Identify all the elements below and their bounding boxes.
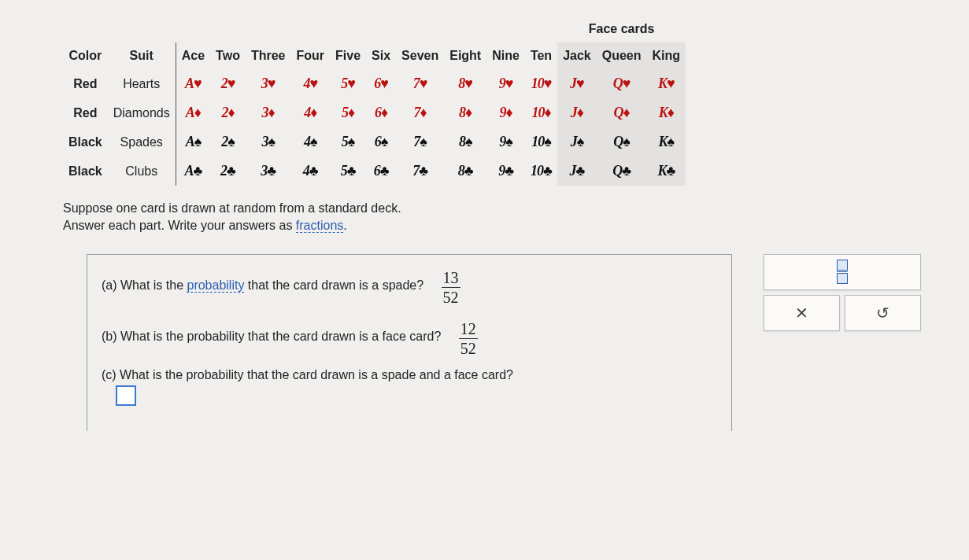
card-cell: 10♣ (525, 157, 557, 186)
card-cell: Q♣ (597, 157, 647, 186)
card-cell: 8♣ (444, 157, 486, 186)
undo-button[interactable]: ↺ (845, 295, 921, 331)
deck-table: Face cards Color Suit Ace Two Three Four… (63, 16, 686, 186)
card-cell: J♠ (557, 127, 597, 157)
row-color: Black (63, 127, 108, 157)
card-cell: 3♦ (246, 98, 291, 127)
hdr-three: Three (246, 42, 291, 69)
card-cell: 9♠ (486, 127, 525, 157)
row-suit: Hearts (108, 69, 176, 98)
hdr-five: Five (330, 42, 366, 69)
qc-label: (c) What is the probability that the car… (102, 368, 513, 381)
card-cell: 9♣ (486, 157, 525, 186)
card-cell: 6♦ (366, 98, 396, 127)
card-cell: 10♦ (525, 98, 557, 127)
hdr-four: Four (290, 42, 330, 69)
card-cell: 2♣ (210, 157, 246, 186)
card-cell: 6♣ (366, 157, 396, 186)
question-c: (c) What is the probability that the car… (102, 368, 717, 409)
hdr-six: Six (366, 42, 396, 69)
card-cell: 8♠ (444, 127, 486, 157)
hdr-nine: Nine (486, 42, 525, 69)
toolbar: ✕ ↺ (764, 254, 929, 336)
hdr-color: Color (63, 42, 108, 69)
prompt-line2a: Answer each part. Write your answers as (63, 219, 296, 232)
card-cell: 10♥ (525, 69, 557, 98)
row-color: Black (63, 157, 108, 186)
row-color: Red (63, 98, 108, 127)
prompt-line2b: . (343, 219, 346, 232)
card-cell: 4♦ (290, 98, 330, 127)
card-cell: 7♥ (396, 69, 444, 98)
deck-row: RedHeartsA♥2♥3♥4♥5♥6♥7♥8♥9♥10♥J♥Q♥K♥ (63, 69, 686, 98)
hdr-two: Two (210, 42, 246, 69)
card-cell: K♣ (647, 157, 686, 186)
question-a: (a) What is the probability that the car… (102, 266, 717, 306)
card-cell: 5♠ (330, 127, 366, 157)
undo-icon: ↺ (876, 304, 889, 322)
card-cell: 5♦ (330, 98, 366, 127)
card-cell: 2♦ (210, 98, 246, 127)
card-cell: 3♣ (246, 157, 291, 186)
card-cell: 7♠ (396, 127, 444, 157)
face-cards-title: Face cards (557, 16, 686, 42)
card-cell: 4♣ (290, 157, 330, 186)
card-cell: A♦ (176, 98, 210, 127)
card-cell: 6♠ (366, 127, 396, 157)
deck-row: BlackClubsA♣2♣3♣4♣5♣6♣7♣8♣9♣10♣J♣Q♣K♣ (63, 157, 686, 186)
card-cell: 3♠ (246, 127, 291, 157)
card-cell: Q♠ (597, 127, 647, 157)
clear-button[interactable]: ✕ (764, 295, 840, 331)
row-suit: Clubs (108, 157, 176, 186)
qb-label: (b) What is the probability that the car… (102, 330, 441, 343)
card-cell: A♥ (176, 69, 210, 98)
prompt-line1: Suppose one card is drawn at random from… (63, 201, 401, 215)
card-cell: 8♥ (444, 69, 486, 98)
fraction-tool-button[interactable] (764, 254, 921, 290)
fractions-link[interactable]: fractions (296, 219, 343, 233)
card-cell: 2♠ (210, 127, 246, 157)
qa-label-b: that the card drawn is a spade? (244, 278, 423, 292)
answer-b-fraction: 12 52 (459, 320, 478, 357)
row-suit: Spades (108, 127, 176, 157)
card-cell: 5♣ (330, 157, 366, 186)
x-icon: ✕ (795, 304, 808, 322)
row-suit: Diamonds (108, 98, 176, 127)
card-cell: K♦ (647, 98, 686, 127)
answer-a-fraction: 13 52 (442, 269, 460, 306)
card-cell: J♦ (557, 98, 597, 127)
deck-row: RedDiamondsA♦2♦3♦4♦5♦6♦7♦8♦9♦10♦J♦Q♦K♦ (63, 98, 686, 127)
card-cell: K♥ (647, 69, 686, 98)
card-cell: A♣ (176, 157, 210, 186)
card-cell: 9♦ (486, 98, 525, 127)
hdr-queen: Queen (597, 42, 647, 69)
card-cell: 5♥ (330, 69, 366, 98)
deck-header-row: Color Suit Ace Two Three Four Five Six S… (63, 42, 686, 69)
card-cell: 8♦ (444, 98, 486, 127)
hdr-jack: Jack (557, 42, 597, 69)
card-cell: 7♣ (396, 157, 444, 186)
hdr-seven: Seven (396, 42, 444, 69)
card-cell: J♣ (557, 157, 597, 186)
fraction-icon (837, 259, 848, 285)
hdr-eight: Eight (444, 42, 486, 69)
card-cell: Q♦ (597, 98, 647, 127)
card-cell: 2♥ (210, 69, 246, 98)
question-b: (b) What is the probability that the car… (102, 317, 717, 357)
card-cell: 6♥ (366, 69, 396, 98)
hdr-ten: Ten (525, 42, 557, 69)
prompt-text: Suppose one card is drawn at random from… (63, 200, 938, 235)
card-cell: Q♥ (597, 69, 647, 98)
card-cell: 7♦ (396, 98, 444, 127)
qa-label-a: (a) What is the (102, 278, 187, 292)
card-cell: K♠ (647, 127, 686, 157)
answer-b-num: 12 (459, 320, 478, 337)
answer-a-den: 52 (442, 289, 460, 306)
card-cell: 4♠ (290, 127, 330, 157)
card-cell: 9♥ (486, 69, 525, 98)
hdr-ace: Ace (176, 42, 210, 69)
answer-c-input[interactable] (116, 385, 136, 406)
card-cell: 3♥ (246, 69, 291, 98)
hdr-king: King (647, 42, 686, 69)
probability-link[interactable]: probability (187, 278, 244, 293)
